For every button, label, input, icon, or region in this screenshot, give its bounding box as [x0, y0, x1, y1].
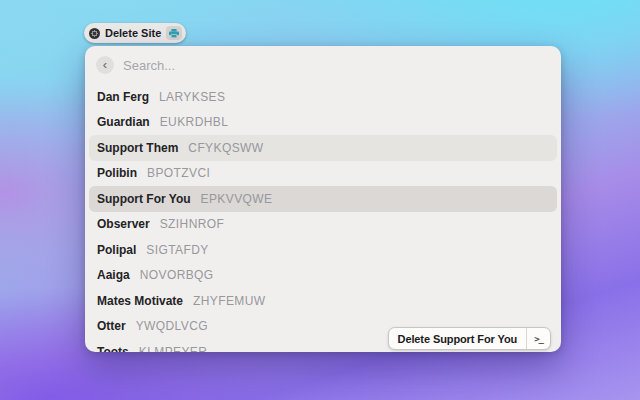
delete-action-button[interactable]: Delete Support For You >_ [388, 327, 551, 350]
row-code: KLMPEYER [139, 345, 208, 352]
row-name: Support For You [97, 192, 191, 206]
row-code: NOVORBQG [140, 268, 214, 282]
search-bar: ‹ [85, 46, 561, 84]
row-name: Dan Ferg [97, 90, 149, 104]
printer-icon [169, 29, 179, 38]
list-item[interactable]: Support For You EPKVVQWE [89, 186, 557, 212]
row-code: BPOTZVCI [147, 166, 210, 180]
row-code: EUKRDHBL [160, 115, 229, 129]
list-item[interactable]: Support Them CFYKQSWW [89, 135, 557, 161]
row-code: SZIHNROF [160, 217, 225, 231]
row-name: Polibin [97, 166, 137, 180]
list-item[interactable]: Aaiga NOVORBQG [89, 263, 557, 289]
search-input[interactable] [123, 58, 550, 73]
command-panel: ‹ Dan Ferg LARYKSES Guardian EUKRDHBL Su… [85, 46, 561, 352]
results-list: Dan Ferg LARYKSES Guardian EUKRDHBL Supp… [85, 84, 561, 352]
back-button[interactable]: ‹ [96, 56, 114, 74]
row-name: Toots [97, 345, 129, 352]
row-name: Aaiga [97, 268, 130, 282]
row-code: YWQDLVCG [136, 319, 208, 333]
list-item[interactable]: Dan Ferg LARYKSES [89, 84, 557, 110]
printer-badge [166, 26, 182, 40]
row-name: Mates Motivate [97, 294, 183, 308]
list-item[interactable]: Observer SZIHNROF [89, 212, 557, 238]
row-name: Guardian [97, 115, 150, 129]
delete-site-pill[interactable]: Delete Site [84, 23, 186, 43]
pill-label: Delete Site [105, 27, 161, 39]
action-button-label: Delete Support For You [389, 328, 527, 349]
row-code: CFYKQSWW [188, 141, 263, 155]
row-code: SIGTAFDY [146, 243, 208, 257]
row-code: LARYKSES [159, 90, 225, 104]
row-name: Otter [97, 319, 126, 333]
terminal-icon: >_ [527, 328, 550, 349]
row-name: Observer [97, 217, 150, 231]
desktop-background: { "colors": { "accent_teal": "#2f9fb3", … [0, 0, 640, 400]
list-item[interactable]: Mates Motivate ZHYFEMUW [89, 288, 557, 314]
record-circle-icon [89, 28, 100, 39]
list-item[interactable]: Polipal SIGTAFDY [89, 237, 557, 263]
list-item[interactable]: Polibin BPOTZVCI [89, 161, 557, 187]
row-code: EPKVVQWE [201, 192, 273, 206]
row-code: ZHYFEMUW [193, 294, 266, 308]
chevron-left-icon: ‹ [103, 58, 107, 71]
row-name: Support Them [97, 141, 178, 155]
list-item[interactable]: Guardian EUKRDHBL [89, 110, 557, 136]
row-name: Polipal [97, 243, 136, 257]
